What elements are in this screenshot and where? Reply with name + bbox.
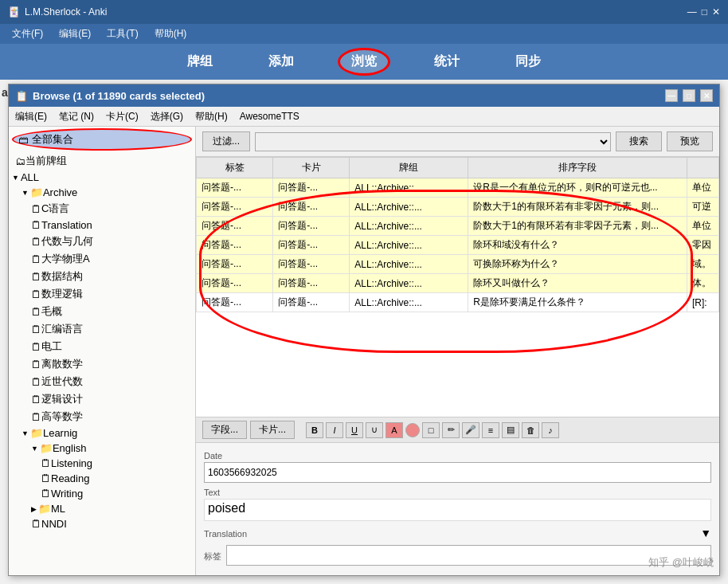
triangle-icon-learnig: ▼ [22, 429, 29, 437]
nav-browse[interactable]: 浏览 [338, 48, 390, 76]
sidebar-item-electric[interactable]: 🗒 电工 [9, 338, 195, 355]
sidebar-label-reading: Reading [51, 472, 89, 484]
nav-stats[interactable]: 统计 [422, 49, 472, 74]
table-row[interactable]: 问答题-... 问答题-... ALL::Archive::... 设R是一个有… [197, 178, 719, 198]
menu-tools[interactable]: 工具(T) [107, 27, 138, 41]
sidebar-label-clang: C语言 [41, 202, 69, 216]
table-row[interactable]: 问答题-... 问答题-... ALL::Archive::... 除环和域没有… [197, 236, 719, 255]
sidebar-item-physics[interactable]: 🗒 大学物理A [9, 250, 195, 268]
nav-add[interactable]: 添加 [256, 49, 306, 74]
sidebar-item-all[interactable]: ▼ ALL [9, 170, 195, 185]
sidebar-item-ds[interactable]: 🗒 数据结构 [9, 268, 195, 285]
sidebar-item-english[interactable]: ▼ 📁 English [9, 441, 195, 456]
menu-file[interactable]: 文件(F) [12, 27, 43, 41]
note-icon-writing: 🗒 [41, 488, 51, 500]
mic-btn[interactable]: 🎤 [462, 422, 479, 438]
highlight-btn[interactable] [405, 423, 420, 437]
deck-icon: 🗂 [15, 155, 25, 167]
cell-sort: 阶数大于1的有限环若有非零因子元素，则... [468, 198, 687, 217]
sidebar-item-listening[interactable]: 🗒 Listening [9, 456, 195, 471]
sidebar-label-modern-algebra: 近世代数 [41, 374, 83, 389]
nav-sync[interactable]: 同步 [503, 49, 553, 74]
cell-sort: 除环和域没有什么？ [468, 236, 687, 255]
sidebar-item-nndi[interactable]: 🗒 NNDI [9, 516, 195, 531]
preview-button[interactable]: 预览 [667, 131, 713, 151]
cell-tag: 问答题-... [197, 178, 273, 198]
sidebar-item-algebra[interactable]: 🗒 代数与几何 [9, 233, 195, 250]
minimize-btn[interactable]: — [687, 6, 697, 18]
col-header-tag: 标签 [197, 158, 273, 178]
sidebar-item-current-deck[interactable]: 🗂 当前牌组 [9, 152, 195, 170]
color-btn[interactable]: A [386, 422, 403, 438]
sidebar-item-reading[interactable]: 🗒 Reading [9, 471, 195, 486]
table-row[interactable]: 问答题-... 问答题-... ALL::Archive::... 除环又叫做什… [197, 274, 719, 293]
browse-close-btn[interactable]: ✕ [700, 89, 713, 102]
browse-menu-note[interactable]: 笔记 (N) [59, 110, 94, 123]
note-icon-modern-algebra: 🗒 [31, 376, 41, 388]
date-input[interactable] [204, 462, 711, 483]
sidebar-item-modern-algebra[interactable]: 🗒 近世代数 [9, 373, 195, 390]
nav-decks[interactable]: 牌组 [175, 49, 225, 74]
sidebar-item-clang[interactable]: 🗒 C语言 [9, 200, 195, 218]
browse-menu-tts[interactable]: AwesomeTTS [240, 111, 299, 122]
filter-button[interactable]: 过滤... [202, 131, 250, 151]
translation-expand-icon[interactable]: ▼ [700, 527, 711, 539]
browse-menu-select[interactable]: 选择(G) [151, 110, 183, 123]
underline-btn[interactable]: U [346, 422, 363, 438]
sidebar-item-ml[interactable]: ▶ 📁 ML [9, 501, 195, 516]
cell-sort: 设R是一个有单位元的环，则R的可逆元也... [468, 178, 687, 198]
sidebar-item-learnig[interactable]: ▼ 📁 Learnig [9, 425, 195, 441]
browse-window: 📋 Browse (1 of 11890 cards selected) — □… [8, 84, 720, 576]
sidebar-label-assembly: 汇编语言 [41, 322, 83, 336]
tags-field-section: 标签 [204, 545, 711, 566]
table-row[interactable]: 问答题-... 问答题-... ALL::Archive::... 可换除环称为… [197, 255, 719, 274]
cards-button[interactable]: 卡片... [250, 421, 295, 439]
subscript-btn[interactable]: ∪ [366, 422, 383, 438]
sidebar-label-english: English [53, 442, 87, 454]
delete-btn[interactable]: 🗑 [522, 422, 539, 438]
table-row[interactable]: 问答题-... 问答题-... ALL::Archive::... 阶数大于1的… [197, 217, 719, 236]
menu-edit[interactable]: 编辑(E) [59, 27, 91, 41]
date-label: Date [204, 451, 711, 461]
search-button[interactable]: 搜索 [616, 131, 662, 151]
sidebar-item-calculus[interactable]: 🗒 高等数学 [9, 408, 195, 425]
menu-help[interactable]: 帮助(H) [155, 27, 187, 41]
browse-menu-card[interactable]: 卡片(C) [106, 110, 139, 123]
italic-btn[interactable]: I [326, 422, 343, 438]
triangle-icon-english: ▼ [31, 445, 38, 453]
audio-btn[interactable]: ♪ [542, 422, 559, 438]
align-btn[interactable]: ≡ [482, 422, 499, 438]
cell-deck: ALL::Archive::... [350, 217, 468, 236]
table-row[interactable]: 问答题-... 问答题-... ALL::Archive::... R是除环要满… [197, 293, 719, 312]
sidebar-label-all-collection: 全部集合 [32, 132, 73, 147]
sidebar-item-maogai[interactable]: 🗒 毛概 [9, 303, 195, 320]
maximize-btn[interactable]: □ [702, 6, 707, 18]
sidebar-item-archive[interactable]: ▼ 📁 Archive [9, 185, 195, 200]
sidebar-item-translation[interactable]: 🗒 Translation [9, 218, 195, 233]
pencil-btn[interactable]: ✏ [442, 422, 460, 438]
sidebar-label-electric: 电工 [41, 339, 62, 354]
filter-dropdown[interactable] [255, 132, 611, 151]
sidebar-item-writing[interactable]: 🗒 Writing [9, 486, 195, 501]
browse-maximize-btn[interactable]: □ [683, 89, 695, 102]
editor-panel: 字段... 卡片... B I U ∪ A □ ✏ 🎤 ≡ [196, 417, 719, 575]
table-row[interactable]: 问答题-... 问答题-... ALL::Archive::... 阶数大于1的… [197, 198, 719, 217]
sidebar-item-logic-design[interactable]: 🗒 逻辑设计 [9, 390, 195, 408]
sidebar-item-discrete[interactable]: 🗒 离散数学 [9, 355, 195, 373]
tags-input[interactable] [226, 545, 711, 566]
browse-minimize-btn[interactable]: — [665, 89, 678, 102]
fields-button[interactable]: 字段... [202, 421, 247, 439]
browse-menu-help[interactable]: 帮助(H) [195, 110, 228, 123]
table-btn[interactable]: ▤ [502, 422, 519, 438]
sidebar-item-all-collection[interactable]: 🗃 全部集合 [12, 128, 192, 151]
erase-btn[interactable]: □ [422, 422, 440, 438]
browse-main: 过滤... 搜索 预览 标签 卡片 牌组 排序字段 [196, 127, 719, 575]
sidebar-item-mathlogic[interactable]: 🗒 数理逻辑 [9, 285, 195, 303]
browse-menu-edit[interactable]: 编辑(E) [15, 110, 47, 123]
cell-sort: 阶数大于1的有限环若有非零因子元素，则... [468, 217, 687, 236]
bold-btn[interactable]: B [306, 422, 323, 438]
close-btn[interactable]: ✕ [712, 6, 720, 18]
sidebar-item-assembly[interactable]: 🗒 汇编语言 [9, 320, 195, 338]
cell-tag: 问答题-... [197, 293, 273, 312]
note-icon-nndi: 🗒 [31, 518, 41, 530]
